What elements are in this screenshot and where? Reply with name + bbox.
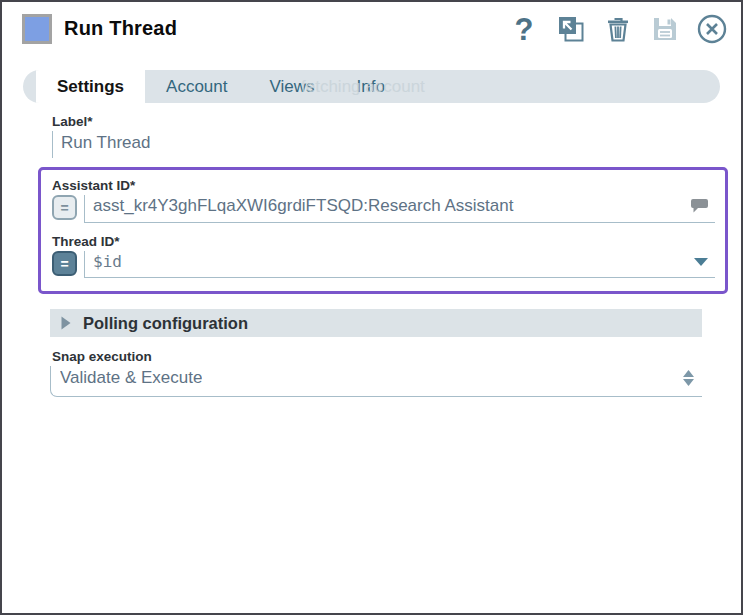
snap-execution-select[interactable]: Validate & Execute: [50, 366, 702, 397]
open-popup-icon: [556, 14, 586, 44]
thread-id-input[interactable]: $id: [84, 251, 715, 278]
comment-bubble-icon: [690, 198, 709, 214]
snap-execution-value: Validate & Execute: [60, 368, 202, 388]
thread-id-label: Thread ID*: [52, 234, 715, 249]
assistant-id-input[interactable]: asst_kr4Y3ghFLqaXWI6grdiFTSQD:Research A…: [84, 195, 715, 223]
tab-settings-label: Settings: [57, 77, 124, 97]
tab-views-label: Views: [270, 77, 315, 97]
label-field: Label* Run Thread: [2, 114, 741, 158]
titlebar-actions: ?: [508, 11, 728, 47]
trash-icon: [603, 14, 633, 44]
chevron-down-icon: [693, 257, 709, 267]
label-input-value: Run Thread: [61, 133, 150, 152]
snap-execution-field: Snap execution Validate & Execute: [2, 349, 741, 397]
save-icon: [650, 14, 680, 44]
thread-id-value: $id: [93, 252, 685, 271]
polling-configuration-title: Polling configuration: [83, 314, 248, 333]
select-spinner-icon[interactable]: [683, 370, 694, 386]
expand-triangle-icon: [61, 316, 71, 330]
assistant-id-comment-button[interactable]: [690, 198, 709, 214]
tab-info-label: Info: [357, 77, 385, 97]
close-icon: [696, 13, 728, 45]
open-popup-button[interactable]: [555, 13, 587, 45]
run-thread-dialog: Run Thread ?: [0, 0, 743, 615]
snap-type-icon: [22, 14, 52, 44]
polling-configuration-header[interactable]: Polling configuration: [50, 309, 702, 337]
tab-account-label: Account: [166, 77, 227, 97]
tab-account[interactable]: Account: [145, 70, 248, 103]
label-field-label: Label*: [52, 114, 741, 129]
settings-panel: Label* Run Thread Assistant ID* = asst_k…: [2, 103, 741, 397]
tab-settings[interactable]: Settings: [36, 70, 145, 103]
dialog-title: Run Thread: [64, 17, 177, 40]
tab-info[interactable]: Info: [336, 70, 406, 103]
tab-bar: Settings Account Views Info fetching acc…: [23, 70, 720, 103]
assistant-id-value: asst_kr4Y3ghFLqaXWI6grdiFTSQD:Research A…: [93, 196, 682, 216]
delete-button[interactable]: [602, 13, 634, 45]
help-icon: ?: [515, 14, 534, 45]
close-button[interactable]: [696, 13, 728, 45]
thread-id-field: Thread ID* = $id: [52, 234, 715, 278]
highlighted-fields-box: Assistant ID* = asst_kr4Y3ghFLqaXWI6grdi…: [38, 167, 728, 294]
assistant-id-label: Assistant ID*: [52, 178, 715, 193]
thread-id-suggest-button[interactable]: [693, 257, 709, 267]
snap-execution-label: Snap execution: [52, 349, 741, 364]
assistant-id-field: Assistant ID* = asst_kr4Y3ghFLqaXWI6grdi…: [52, 178, 715, 223]
label-input[interactable]: Run Thread: [52, 131, 702, 158]
thread-id-expression-toggle[interactable]: =: [52, 251, 77, 276]
save-button[interactable]: [649, 13, 681, 45]
title-bar: Run Thread ?: [2, 2, 741, 60]
help-button[interactable]: ?: [508, 13, 540, 45]
assistant-id-expression-toggle[interactable]: =: [52, 195, 77, 220]
tab-views[interactable]: Views: [249, 70, 336, 103]
